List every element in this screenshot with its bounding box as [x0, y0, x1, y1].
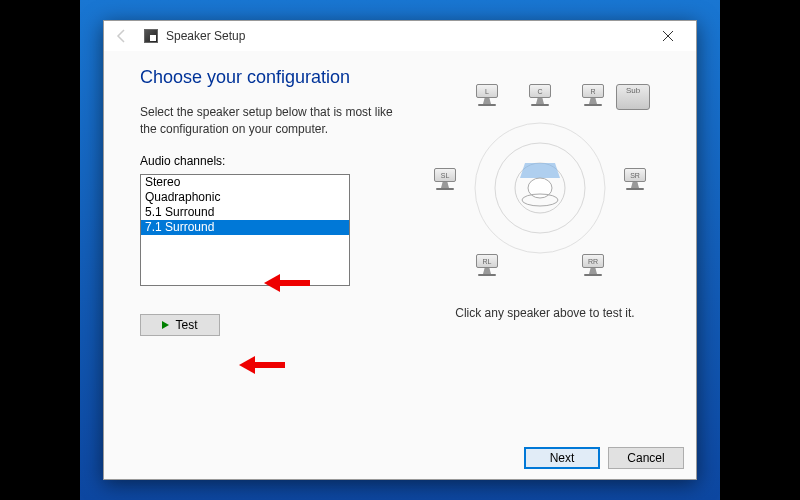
- speaker-subwoofer[interactable]: Sub: [616, 84, 650, 110]
- speaker-side-left[interactable]: SL: [432, 168, 458, 194]
- back-button[interactable]: [112, 26, 132, 46]
- speaker-caption: Click any speaker above to test it.: [430, 306, 660, 320]
- window-title: Speaker Setup: [166, 29, 245, 43]
- test-button[interactable]: Test: [140, 314, 220, 336]
- speaker-side-right[interactable]: SR: [622, 168, 648, 194]
- annotation-arrow-icon: [239, 356, 285, 374]
- svg-point-2: [475, 123, 605, 253]
- audio-channels-label: Audio channels:: [140, 154, 400, 168]
- soundwave-icon: [470, 118, 610, 258]
- list-item[interactable]: 5.1 Surround: [141, 205, 349, 220]
- list-item[interactable]: Quadraphonic: [141, 190, 349, 205]
- instruction-text: Select the speaker setup below that is m…: [140, 104, 400, 138]
- dialog-button-row: Next Cancel: [524, 447, 684, 469]
- next-button[interactable]: Next: [524, 447, 600, 469]
- speaker-diagram: L C R Sub SL SR RL: [430, 84, 650, 294]
- svg-point-4: [522, 194, 558, 206]
- titlebar: Speaker Setup: [104, 21, 696, 51]
- test-button-label: Test: [175, 318, 197, 332]
- speaker-center[interactable]: C: [527, 84, 553, 110]
- speaker-setup-icon: [144, 29, 158, 43]
- speaker-rear-left[interactable]: RL: [474, 254, 500, 280]
- list-item[interactable]: Stereo: [141, 175, 349, 190]
- audio-channels-listbox[interactable]: StereoQuadraphonic5.1 Surround7.1 Surrou…: [140, 174, 350, 286]
- svg-point-1: [495, 143, 585, 233]
- speaker-right[interactable]: R: [580, 84, 606, 110]
- speaker-rear-right[interactable]: RR: [580, 254, 606, 280]
- play-icon: [162, 321, 169, 329]
- dialog-content: Choose your configuration Select the spe…: [104, 51, 696, 342]
- close-button[interactable]: [648, 22, 688, 50]
- speaker-setup-dialog: Speaker Setup Choose your configuration …: [103, 20, 697, 480]
- svg-point-3: [528, 178, 552, 198]
- list-item[interactable]: 7.1 Surround: [141, 220, 349, 235]
- cancel-button[interactable]: Cancel: [608, 447, 684, 469]
- svg-point-0: [515, 163, 565, 213]
- speaker-left[interactable]: L: [474, 84, 500, 110]
